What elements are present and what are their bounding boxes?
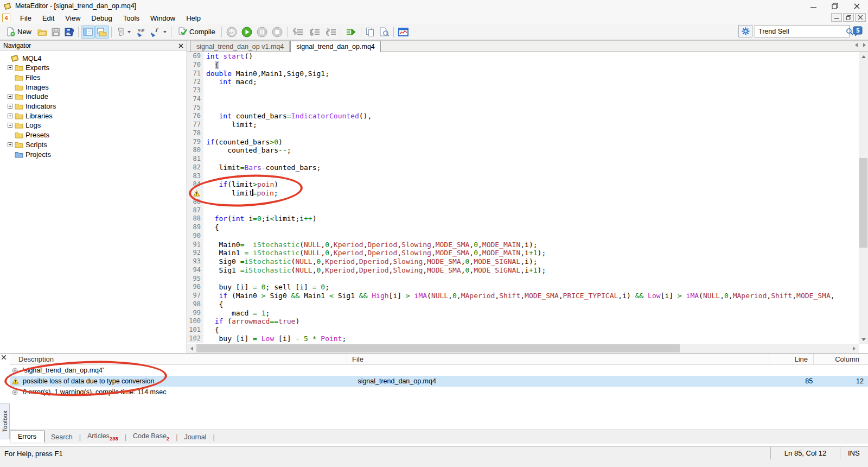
expand-plus-icon[interactable] <box>8 113 12 118</box>
code-line[interactable]: 91 Main0= iStochastic(NULL,0,Kperiod,Dpe… <box>187 241 859 249</box>
expand-plus-icon[interactable] <box>8 123 12 128</box>
code-line[interactable]: 102 buy [i] = Low [i] - 5 * Point; <box>187 335 859 343</box>
code-line[interactable]: 92 Main1 = iStochastic(NULL,0,Kperiod,Dp… <box>187 249 859 257</box>
toolbox-side-tab[interactable]: Toolbox <box>0 403 10 439</box>
menu-file[interactable]: File <box>15 13 37 23</box>
code-line[interactable]: 72 int macd; <box>187 78 859 86</box>
editor-vertical-scrollbar[interactable] <box>859 52 868 344</box>
code-line[interactable]: 80 counted_bars--; <box>187 146 859 155</box>
step-out-icon[interactable] <box>322 26 339 39</box>
compile-button[interactable]: Compile <box>174 26 219 39</box>
code-line[interactable]: 74 <box>187 95 859 104</box>
code-line[interactable]: 95 <box>187 275 859 283</box>
minimize-button[interactable] <box>809 2 817 10</box>
code-line[interactable]: 94 Sig1 =iStochastic(NULL,0,Kperiod,Dper… <box>187 266 859 275</box>
sidebar-item-projects[interactable]: Projects <box>8 149 187 159</box>
navigator-toggle-button[interactable] <box>81 26 95 39</box>
menu-help[interactable]: Help <box>181 13 206 23</box>
editor-tab[interactable]: signal_trend_dan_op v1.mq4 <box>190 41 290 52</box>
error-row[interactable]: 'signal_trend_dan_op.mq4' <box>10 365 868 376</box>
tab-errors[interactable]: Errors <box>10 431 44 443</box>
tab-articles[interactable]: Articles238 <box>81 432 125 441</box>
code-line[interactable]: 78 <box>187 129 859 138</box>
menu-view[interactable]: View <box>60 13 86 23</box>
menu-tools[interactable]: Tools <box>118 13 145 23</box>
code-line[interactable]: 88 for(int i=0;i<limit;i++) <box>187 214 859 223</box>
tab-code-base[interactable]: Code Base2 <box>126 432 176 441</box>
code-line[interactable]: 93 Sig0 =iStochastic(NULL,0,Kperiod,Dper… <box>187 257 859 266</box>
menu-window[interactable]: Window <box>145 13 181 23</box>
code-line[interactable]: 73 <box>187 86 859 95</box>
scroll-right-icon[interactable] <box>850 344 859 353</box>
mql5-community-button[interactable]: 5 <box>852 25 864 37</box>
column-line[interactable]: Line <box>769 354 814 364</box>
horizontal-scroll-thumb[interactable] <box>196 344 680 352</box>
sidebar-item-libraries[interactable]: Libraries <box>8 111 187 121</box>
code-line[interactable]: limit=poin; <box>187 189 859 198</box>
code-area[interactable]: 69int start()70 {71double Main0,Main1,Si… <box>187 52 859 344</box>
pause-debug-button[interactable] <box>254 26 270 39</box>
sidebar-item-images[interactable]: Images <box>8 82 187 92</box>
function-wizard-button[interactable]: f <box>148 26 169 39</box>
code-line[interactable]: 82 limit=Bars-counted_bars; <box>187 163 859 172</box>
restore-button[interactable] <box>831 2 839 10</box>
menu-edit[interactable]: Edit <box>37 13 60 23</box>
open-chart-icon[interactable] <box>396 26 411 39</box>
scroll-left-icon[interactable] <box>187 344 196 353</box>
tab-scroll-left-icon[interactable] <box>855 43 858 47</box>
sidebar-item-files[interactable]: Files <box>8 73 187 83</box>
column-description[interactable]: Description <box>10 354 347 364</box>
mdi-restore-button[interactable] <box>843 13 854 22</box>
save-as-button[interactable] <box>62 26 76 39</box>
save-button[interactable] <box>49 26 62 39</box>
var-wizard-button[interactable]: var <box>133 26 148 39</box>
settings-gear-button[interactable] <box>738 25 752 37</box>
code-line[interactable]: 70 { <box>187 61 859 70</box>
open-folder-button[interactable] <box>35 26 49 39</box>
vertical-scroll-thumb[interactable] <box>859 158 867 248</box>
sidebar-item-include[interactable]: Include <box>8 92 187 102</box>
code-line[interactable]: 84 if(limit>poin) <box>187 180 859 189</box>
code-line[interactable]: 99 macd = 1; <box>187 309 859 318</box>
editor-tab[interactable]: signal_trend_dan_op.mq4 <box>290 41 381 52</box>
sidebar-item-indicators[interactable]: Indicators <box>8 102 187 111</box>
sidebar-item-scripts[interactable]: Scripts <box>8 140 187 150</box>
code-line[interactable]: 96 buy [i] = 0; sell [i] = 0; <box>187 283 859 292</box>
code-line[interactable]: 87 <box>187 206 859 215</box>
mdi-minimize-button[interactable] <box>831 13 842 22</box>
navigator-close-icon[interactable] <box>178 43 183 48</box>
editor-horizontal-scrollbar[interactable] <box>187 344 859 353</box>
column-file[interactable]: File <box>347 354 769 364</box>
new-file-button[interactable]: New <box>2 26 35 39</box>
code-line[interactable]: 89 { <box>187 223 859 232</box>
menu-debug[interactable]: Debug <box>86 13 117 23</box>
tab-scroll-right-icon[interactable] <box>863 43 866 47</box>
code-line[interactable]: 86 <box>187 198 859 206</box>
code-line[interactable]: 76 int counted_bars=IndicatorCounted(), <box>187 112 859 121</box>
step-into-icon[interactable] <box>290 26 306 39</box>
start-debug-button[interactable] <box>239 26 254 39</box>
code-line[interactable]: 98 { <box>187 300 859 309</box>
sidebar-item-experts[interactable]: Experts <box>8 63 187 73</box>
continue-icon[interactable] <box>343 26 359 39</box>
stop-debug-button[interactable] <box>270 26 285 39</box>
toolbox-close-icon[interactable] <box>2 355 6 359</box>
expand-plus-icon[interactable] <box>8 104 12 109</box>
sidebar-item-logs[interactable]: Logs <box>8 121 187 130</box>
code-line[interactable]: 75 <box>187 104 859 112</box>
error-row[interactable]: 0 error(s), 1 warning(s), compile time: … <box>10 387 868 397</box>
code-line[interactable]: 90 <box>187 232 859 241</box>
search-input[interactable] <box>758 28 846 35</box>
code-line[interactable]: 101 { <box>187 326 859 335</box>
code-line[interactable]: 71double Main0,Main1,Sig0,Sig1; <box>187 70 859 78</box>
expand-plus-icon[interactable] <box>8 94 12 99</box>
styler-dropdown-icon[interactable] <box>127 31 131 33</box>
error-row[interactable]: possible loss of data due to type conver… <box>10 376 868 387</box>
code-line[interactable]: 79if(counted_bars>0) <box>187 138 859 147</box>
function-dropdown-icon[interactable] <box>163 31 167 33</box>
code-line[interactable]: 81 <box>187 155 859 163</box>
scroll-down-icon[interactable] <box>859 335 868 344</box>
tree-root-mql4[interactable]: MQL4 <box>3 53 187 63</box>
code-line[interactable]: 69int start() <box>187 52 859 61</box>
scroll-up-icon[interactable] <box>859 52 868 61</box>
